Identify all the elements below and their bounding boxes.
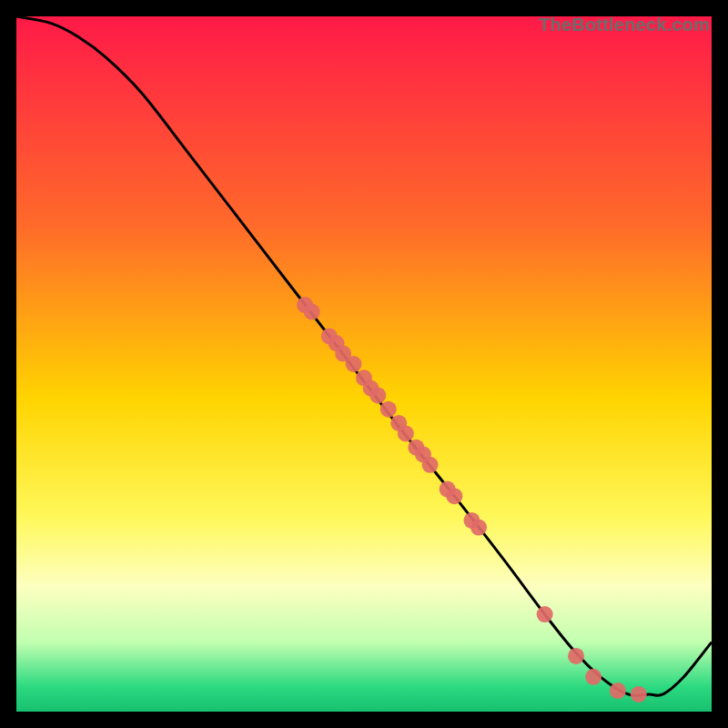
scatter-point [398,425,414,441]
scatter-point [610,682,626,699]
scatter-point [304,304,320,320]
scatter-point [585,669,602,685]
scatter-point [380,401,397,418]
scatter-point [470,520,487,536]
scatter-point [446,488,462,504]
scatter-point [369,387,386,403]
gradient-background [16,16,712,712]
scatter-point [568,648,584,664]
scatter-point [631,686,647,703]
chart-svg [16,16,712,712]
scatter-point [346,356,362,372]
chart-frame: TheBottleneck.com [16,16,712,712]
watermark-text: TheBottleneck.com [539,15,710,35]
scatter-point [537,606,553,622]
scatter-point [422,457,439,473]
